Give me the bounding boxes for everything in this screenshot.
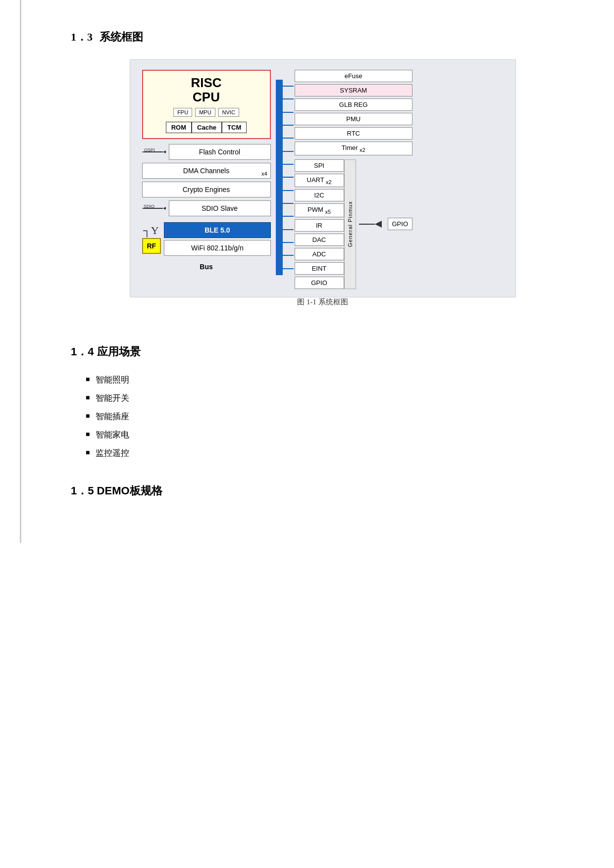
sdio-arrow: SDIO	[142, 204, 166, 213]
tick-sysram	[283, 98, 294, 99]
diagram-box: RISC CPU FPU MPU NVIC ROM Cache	[130, 59, 516, 297]
section-15-title: 1．5 DEMO板规格	[71, 483, 574, 498]
module-i2c: I2C	[295, 189, 344, 201]
module-efuse: eFuse	[295, 70, 413, 82]
gpio-right-box: GPIO	[388, 218, 413, 230]
cpu-box: RISC CPU FPU MPU NVIC ROM Cache	[142, 70, 271, 139]
list-item-1: 智能照明	[86, 374, 574, 386]
dma-sub: x4	[261, 171, 267, 177]
mem-tcm: TCM	[222, 122, 247, 133]
bottom-right-group: SPI UART x2 I2C PWM x5 IR DAC ADC EINT G	[295, 159, 344, 289]
mem-rom: ROM	[166, 122, 192, 133]
tick-efuse	[283, 86, 294, 87]
tick-timer	[283, 151, 294, 152]
chip-nvic: NVIC	[218, 108, 239, 117]
tick-pwm	[283, 203, 294, 204]
module-glbreg: GLB REG	[295, 98, 413, 111]
module-pwm: PWM x5	[295, 203, 344, 217]
module-ir: IR	[295, 219, 344, 232]
ble-rf-row: ┐Y RF BLE 5.0 WiFi 802.11b/g/n	[142, 222, 271, 256]
cpu-chips-row: FPU MPU NVIC	[149, 108, 264, 117]
timer-sub: x2	[359, 147, 365, 153]
mem-cache: Cache	[192, 122, 222, 133]
module-adc: ADC	[295, 248, 344, 260]
list-item-2: 智能开关	[86, 392, 574, 404]
module-gpio: GPIO	[295, 277, 344, 289]
bus-vertical-line	[276, 80, 283, 275]
ble-box: BLE 5.0	[164, 222, 270, 238]
rf-box: RF	[142, 238, 161, 254]
module-timer: Timer x2	[295, 142, 413, 155]
right-modules-col: eFuse SYSRAM GLB REG PMU RTC Timer x2	[295, 70, 413, 289]
cpu-title-risc: RISC	[149, 76, 264, 90]
module-uart: UART x2	[295, 174, 344, 188]
chip-fpu: FPU	[173, 108, 192, 117]
connector-lines	[283, 80, 295, 275]
list-item-5: 监控遥控	[86, 447, 574, 459]
uart-sub: x2	[326, 179, 331, 185]
svg-text:SDIO: SDIO	[144, 204, 154, 209]
module-spi: SPI	[295, 159, 344, 172]
tick-ir	[283, 216, 294, 217]
antenna-icon: ┐Y	[143, 224, 158, 237]
diagram-caption: 图 1-1 系统框图	[297, 297, 348, 307]
left-panel: RISC CPU FPU MPU NVIC ROM Cache	[142, 70, 271, 271]
tick-pmu	[283, 125, 294, 126]
flash-control-box: Flash Control	[169, 144, 271, 160]
sdio-slave-box: SDIO Slave	[169, 200, 271, 216]
pinmux-label: General Pinmux	[344, 159, 356, 289]
section-13-title: 1．3 系统框图	[71, 30, 574, 45]
list-item-3: 智能插座	[86, 411, 574, 422]
cpu-title-cpu: CPU	[149, 90, 264, 104]
gpio-arrow-svg	[358, 219, 388, 229]
qspi-arrow: QSPI	[142, 147, 166, 156]
tick-i2c	[283, 190, 294, 191]
pwm-sub: x5	[325, 209, 330, 215]
dma-channels-box: DMA Channels x4	[142, 163, 271, 179]
list-item-4: 智能家电	[86, 429, 574, 440]
section-14-title: 1．4 应用场景	[71, 344, 574, 359]
mem-row: ROM Cache TCM	[149, 122, 264, 133]
gpio-right-area: GPIO	[358, 159, 413, 289]
module-dac: DAC	[295, 234, 344, 246]
tick-dac	[283, 229, 294, 230]
tick-glbreg	[283, 112, 294, 113]
tick-adc	[283, 242, 294, 243]
chip-mpu: MPU	[195, 108, 215, 117]
module-pmu: PMU	[295, 113, 413, 125]
tick-spi	[283, 164, 294, 165]
sdio-slave-row: SDIO SDIO Slave	[142, 200, 271, 216]
pinmux-area: SPI UART x2 I2C PWM x5 IR DAC ADC EINT G	[295, 159, 413, 289]
application-list: 智能照明 智能开关 智能插座 智能家电 监控遥控	[86, 374, 574, 459]
top-right-group: eFuse SYSRAM GLB REG PMU RTC Timer x2	[295, 70, 413, 155]
tick-uart	[283, 177, 294, 178]
module-sysram: SYSRAM	[295, 84, 413, 96]
module-rtc: RTC	[295, 127, 413, 140]
tick-rtc	[283, 138, 294, 139]
crypto-engines-box: Crypto Engines	[142, 182, 271, 197]
module-eint: EINT	[295, 262, 344, 275]
bus-label: Bus	[142, 263, 271, 271]
wifi-box: WiFi 802.11b/g/n	[164, 240, 270, 256]
tick-eint	[283, 255, 294, 256]
right-area: eFuse SYSRAM GLB REG PMU RTC Timer x2	[295, 70, 413, 289]
svg-text:QSPI: QSPI	[144, 147, 155, 152]
system-block-diagram: RISC CPU FPU MPU NVIC ROM Cache	[71, 59, 574, 327]
flash-control-row: QSPI Flash Control	[142, 144, 271, 160]
tick-gpio-r	[283, 268, 294, 269]
